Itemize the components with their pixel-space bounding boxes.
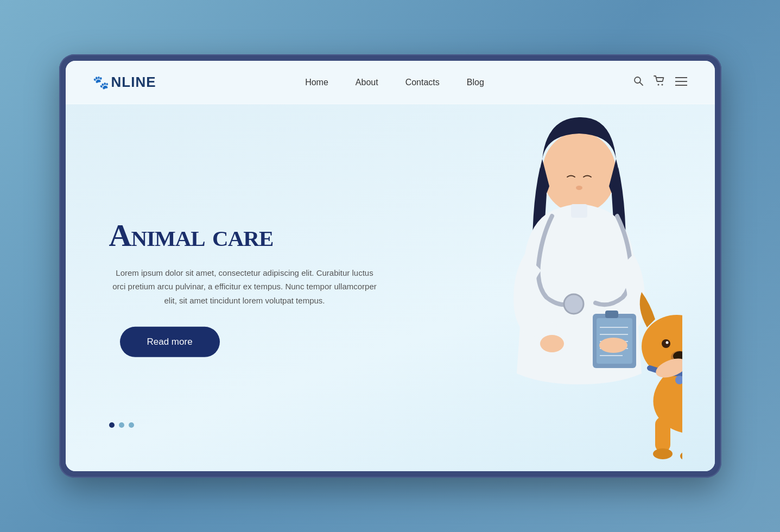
search-icon[interactable] — [633, 75, 644, 89]
svg-rect-9 — [571, 204, 587, 218]
nav-item-about[interactable]: About — [356, 78, 378, 87]
nav-item-contacts[interactable]: Contacts — [405, 78, 440, 87]
svg-point-3 — [662, 84, 663, 86]
svg-rect-30 — [655, 417, 670, 452]
svg-point-24 — [662, 339, 670, 348]
device-frame: 🐾 NLINE Home About Contacts Blog — [59, 54, 721, 478]
svg-point-10 — [564, 294, 584, 314]
svg-point-21 — [599, 338, 627, 353]
nav-links: Home About Contacts Blog — [305, 78, 484, 87]
nav-icons — [633, 75, 687, 89]
menu-icon[interactable] — [675, 76, 687, 88]
hero-illustration — [346, 104, 682, 471]
dot-2[interactable] — [119, 422, 124, 428]
svg-point-8 — [576, 186, 582, 190]
device-screen: 🐾 NLINE Home About Contacts Blog — [66, 61, 715, 471]
carousel-dots — [109, 422, 134, 428]
svg-point-25 — [665, 341, 668, 344]
navbar: 🐾 NLINE Home About Contacts Blog — [66, 61, 715, 104]
hero-content: Animal care Lorem ipsum dolor sit amet, … — [109, 218, 381, 357]
read-more-button[interactable]: Read more — [120, 327, 220, 357]
logo-text: NLINE — [111, 74, 156, 91]
svg-point-35 — [680, 451, 682, 461]
logo-paw-icon: 🐾 — [93, 75, 109, 90]
nav-item-blog[interactable]: Blog — [467, 78, 484, 87]
logo[interactable]: 🐾 NLINE — [93, 74, 156, 91]
cart-icon[interactable] — [654, 75, 665, 89]
svg-point-7 — [542, 132, 616, 213]
svg-point-34 — [653, 448, 673, 459]
svg-point-11 — [540, 335, 564, 352]
nav-item-home[interactable]: Home — [305, 78, 328, 87]
svg-point-2 — [658, 84, 659, 86]
svg-line-1 — [640, 83, 643, 85]
hero-title: Animal care — [109, 218, 381, 253]
hero-description: Lorem ipsum dolor sit amet, consectetur … — [109, 266, 381, 308]
svg-point-0 — [635, 77, 641, 83]
dot-3[interactable] — [129, 422, 134, 428]
dot-1[interactable] — [109, 422, 115, 428]
svg-rect-20 — [605, 311, 618, 318]
hero-section: Animal care Lorem ipsum dolor sit amet, … — [66, 104, 715, 471]
